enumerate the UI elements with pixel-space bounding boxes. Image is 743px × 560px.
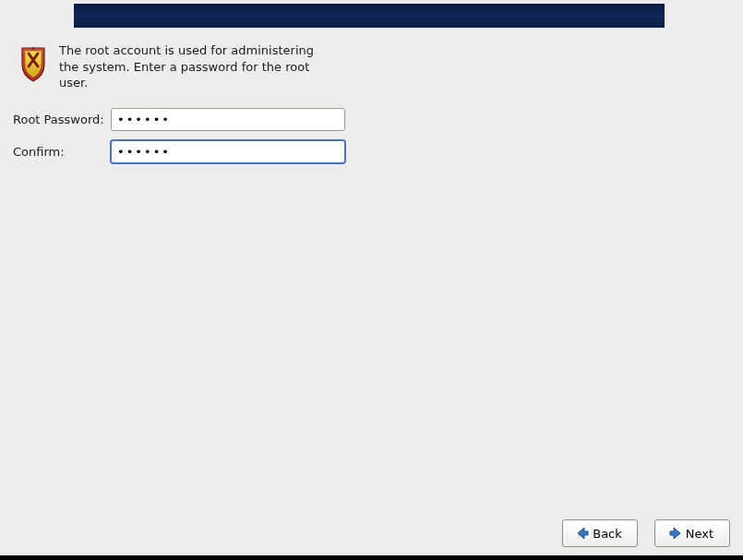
bottom-border <box>0 555 743 560</box>
navigation-bar: Back Next <box>0 519 743 547</box>
shield-icon <box>17 44 50 83</box>
confirm-password-input[interactable] <box>111 140 345 163</box>
arrow-left-icon <box>574 525 591 542</box>
confirm-row: Confirm: <box>13 140 730 163</box>
root-password-input[interactable] <box>111 108 345 131</box>
arrow-right-icon <box>667 525 684 542</box>
next-button-label: Next <box>686 527 713 541</box>
back-button-label: Back <box>593 527 622 541</box>
next-button[interactable]: Next <box>654 519 730 547</box>
back-button[interactable]: Back <box>562 519 638 547</box>
intro-text: The root account is used for administeri… <box>59 42 336 91</box>
confirm-label: Confirm: <box>13 145 111 159</box>
content-area: The root account is used for administeri… <box>13 42 730 173</box>
top-banner <box>74 4 665 28</box>
intro-row: The root account is used for administeri… <box>13 42 730 91</box>
root-password-row: Root Password: <box>13 108 730 131</box>
root-password-label: Root Password: <box>13 113 111 126</box>
